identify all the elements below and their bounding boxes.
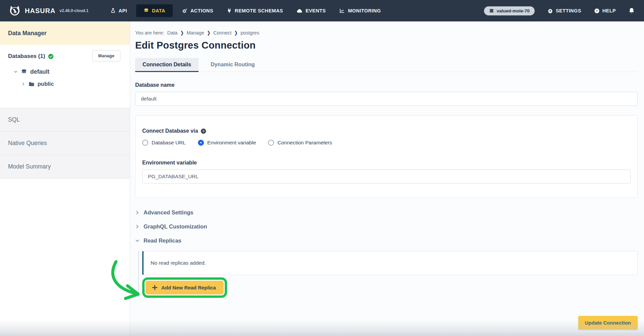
sidebar-item-default-database[interactable]: default [13, 68, 130, 75]
nav-item-remote-schemas[interactable]: REMOTE SCHEMAS [222, 4, 287, 17]
hasura-brand[interactable]: HASURA v2.46.0-cloud.1 [8, 4, 89, 17]
nav-item-events[interactable]: EVENTS [292, 5, 330, 17]
env-var-label: Environment variable [142, 160, 631, 166]
flask-icon [110, 8, 116, 14]
section-advanced-settings[interactable]: Advanced Settings [135, 209, 638, 216]
nav-label: EVENTS [306, 8, 326, 13]
connect-via-options: Database URL Environment variable Connec… [142, 140, 631, 146]
sidebar-sections: SQL Native Queries Model Summary [0, 108, 130, 179]
sidebar-header: Data Manager [0, 21, 130, 45]
data-sidebar: Data Manager Databases (1) Manage [0, 21, 130, 336]
notifications-bell-icon[interactable] [629, 7, 635, 14]
primary-nav: API DATA ACTIONS [106, 4, 385, 17]
nav-label: MONITORING [348, 8, 381, 13]
plug-icon [227, 8, 232, 14]
nav-label: DATA [152, 8, 165, 13]
manage-button[interactable]: Manage [92, 50, 120, 61]
main-content: You are here: Data ❯ Manage ❯ Connect ❯ … [130, 21, 644, 336]
hasura-console: HASURA v2.46.0-cloud.1 API DATA [0, 0, 644, 336]
section-read-replicas[interactable]: Read Replicas [135, 237, 638, 245]
navbar-right: valued-mole-70 SETTINGS ? HELP [484, 6, 635, 15]
plus-icon [152, 285, 158, 290]
read-replicas-content: No read replicas added. Add New Read Rep… [138, 251, 638, 298]
schema-name: public [38, 81, 54, 87]
sidebar-item-sql[interactable]: SQL [0, 108, 130, 132]
server-icon [489, 8, 494, 13]
nav-item-api[interactable]: API [106, 4, 131, 17]
database-name: default [30, 68, 49, 75]
chevron-right-icon [135, 224, 140, 229]
sidebar-item-model-summary[interactable]: Model Summary [0, 155, 130, 179]
radio-circle [268, 140, 274, 146]
update-connection-button[interactable]: Update Connection [578, 316, 638, 330]
databases-row: Databases (1) Manage [0, 50, 130, 62]
chevron-down-icon [135, 239, 140, 243]
breadcrumb-separator: ❯ [234, 30, 237, 36]
radio-environment-variable[interactable]: Environment variable [198, 140, 256, 146]
help-label: HELP [602, 8, 616, 13]
svg-text:?: ? [203, 129, 205, 133]
connection-settings-card: Connect Database via ? Database URL Envi… [135, 115, 638, 198]
version-label: v2.46.0-cloud.1 [60, 8, 89, 13]
breadcrumb-separator: ❯ [180, 30, 183, 36]
sidebar-item-native-queries[interactable]: Native Queries [0, 132, 130, 155]
svg-text:?: ? [596, 9, 598, 13]
top-navbar: HASURA v2.46.0-cloud.1 API DATA [0, 0, 644, 21]
nav-label: REMOTE SCHEMAS [235, 8, 283, 13]
breadcrumb-connect[interactable]: Connect [213, 30, 231, 36]
settings-gear-icon [547, 8, 553, 14]
nav-label: API [119, 8, 127, 13]
breadcrumb-data[interactable]: Data [167, 30, 178, 36]
radio-circle [142, 140, 148, 146]
section-graphql-customization[interactable]: GraphQL Customization [135, 223, 638, 230]
connect-via-label: Connect Database via [142, 128, 198, 134]
radio-circle-selected [198, 140, 204, 146]
nav-item-data[interactable]: DATA [136, 4, 173, 17]
settings-button[interactable]: SETTINGS [547, 8, 581, 14]
tab-bar: Connection Details Dynamic Routing [135, 58, 638, 72]
tab-dynamic-routing[interactable]: Dynamic Routing [203, 58, 262, 72]
breadcrumb-manage[interactable]: Manage [186, 30, 204, 36]
project-name: valued-mole-70 [497, 8, 530, 13]
page-title: Edit Postgres Connection [135, 40, 638, 51]
folder-icon [29, 81, 35, 87]
chevron-down-icon [13, 70, 18, 74]
chart-icon [339, 8, 345, 13]
nav-label: ACTIONS [191, 8, 213, 13]
breadcrumb-separator: ❯ [207, 30, 210, 36]
breadcrumb-postgres: postgres [240, 30, 259, 36]
help-icon: ? [594, 8, 600, 14]
breadcrumb: You are here: Data ❯ Manage ❯ Connect ❯ … [135, 30, 638, 36]
project-pill[interactable]: valued-mole-70 [484, 6, 535, 15]
database-icon [144, 8, 149, 14]
nav-item-monitoring[interactable]: MONITORING [335, 5, 385, 17]
advanced-sections: Advanced Settings GraphQL Customization … [135, 209, 638, 245]
no-replicas-message: No read replicas added. [142, 251, 638, 275]
radio-connection-parameters[interactable]: Connection Parameters [268, 140, 332, 146]
gear-icon [182, 8, 187, 14]
check-circle-icon [48, 54, 54, 59]
databases-label: Databases (1) [8, 53, 45, 60]
sidebar-item-public-schema[interactable]: public [21, 81, 130, 87]
help-button[interactable]: ? HELP [594, 8, 616, 14]
settings-label: SETTINGS [556, 8, 581, 13]
breadcrumb-prefix: You are here: [135, 30, 164, 36]
database-name-label: Database name [135, 82, 638, 88]
chevron-right-icon [135, 210, 140, 215]
database-name-input[interactable] [135, 92, 638, 106]
annotation-highlight-box: Add New Read Replica [142, 277, 227, 298]
database-icon [21, 69, 27, 75]
nav-item-actions[interactable]: ACTIONS [177, 5, 218, 17]
radio-database-url[interactable]: Database URL [142, 140, 186, 146]
chevron-right-icon [21, 82, 25, 86]
question-icon[interactable]: ? [201, 128, 206, 134]
tab-connection-details[interactable]: Connection Details [135, 58, 199, 72]
env-var-input[interactable] [142, 170, 631, 184]
cloud-icon [297, 8, 303, 13]
brand-name: HASURA [25, 7, 56, 15]
add-read-replica-button[interactable]: Add New Read Replica [146, 281, 224, 294]
hasura-logo-icon [8, 4, 21, 17]
